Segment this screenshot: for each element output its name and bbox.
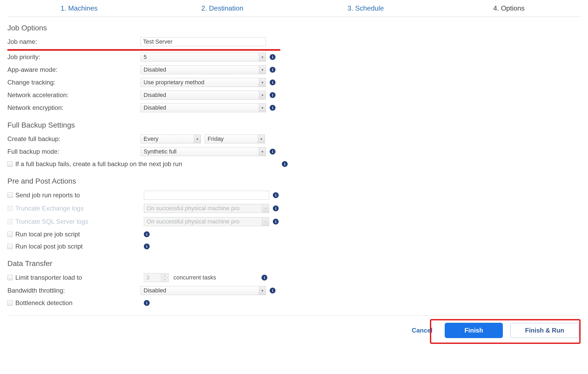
info-icon[interactable]: i (273, 205, 279, 211)
send-reports-label: Send job run reports to (15, 191, 80, 199)
create-full-freq-select[interactable]: Every ▾ (141, 134, 201, 143)
info-icon[interactable]: i (270, 80, 275, 85)
limit-load-suffix: concurrent tasks (173, 274, 216, 281)
job-priority-select[interactable]: 5 ▾ (141, 53, 266, 62)
info-icon[interactable]: i (270, 92, 275, 98)
info-icon[interactable]: i (144, 244, 150, 249)
info-icon[interactable]: i (270, 105, 275, 111)
limit-load-stepper: 3 ▲ ▼ (144, 273, 169, 282)
bandwidth-label: Bandwidth throttling: (7, 287, 141, 294)
limit-load-checkbox[interactable] (7, 275, 13, 280)
chevron-down-icon: ▾ (259, 104, 266, 112)
bottleneck-label: Bottleneck detection (15, 299, 72, 307)
job-name-label: Job name: (7, 38, 141, 45)
divider (7, 16, 581, 17)
info-icon[interactable]: i (144, 300, 150, 306)
send-reports-checkbox[interactable] (7, 193, 13, 198)
chevron-down-icon: ▾ (259, 78, 266, 87)
info-icon[interactable]: i (261, 275, 267, 280)
tab-schedule[interactable]: 3. Schedule (294, 4, 437, 12)
job-priority-label: Job priority: (7, 53, 141, 61)
section-full-backup-title: Full Backup Settings (7, 121, 581, 129)
change-tracking-value: Use proprietary method (141, 78, 259, 87)
info-icon[interactable]: i (270, 54, 275, 60)
spinner-up-icon: ▲ (161, 273, 168, 278)
chevron-down-icon: ▾ (259, 147, 266, 156)
create-full-label: Create full backup: (7, 135, 141, 143)
finish-run-button[interactable]: Finish & Run (510, 323, 579, 338)
full-mode-label: Full backup mode: (7, 148, 141, 155)
limit-load-value: 3 (144, 273, 161, 282)
net-accel-value: Disabled (141, 91, 259, 99)
info-icon[interactable]: i (282, 161, 288, 167)
chevron-down-icon: ▾ (259, 66, 266, 74)
net-enc-label: Network encryption: (7, 104, 141, 111)
tab-options[interactable]: 4. Options (437, 4, 581, 12)
post-script-checkbox[interactable] (7, 244, 13, 249)
create-full-day-select[interactable]: Friday ▾ (205, 134, 265, 143)
net-enc-select[interactable]: Disabled ▾ (141, 103, 266, 112)
trunc-exchange-select: On successful physical machine pro ▾ (144, 204, 269, 213)
trunc-sql-select: On successful physical machine pro ▾ (144, 217, 269, 226)
chevron-down-icon: ▾ (262, 217, 269, 226)
net-enc-value: Disabled (141, 104, 259, 112)
post-script-label: Run local post job script (15, 243, 83, 250)
trunc-exchange-label: Truncate Exchange logs (15, 205, 84, 212)
app-aware-label: App-aware mode: (7, 66, 141, 73)
pre-script-label: Run local pre job script (15, 231, 80, 238)
pre-script-checkbox[interactable] (7, 232, 13, 237)
chevron-down-icon: ▾ (259, 286, 266, 295)
full-mode-value: Synthetic full (141, 147, 259, 156)
chevron-down-icon: ▾ (258, 135, 265, 143)
section-data-transfer-title: Data Transfer (7, 259, 581, 268)
full-mode-select[interactable]: Synthetic full ▾ (141, 147, 266, 156)
info-icon[interactable]: i (270, 288, 275, 293)
info-icon[interactable]: i (273, 192, 279, 198)
spinner-down-icon: ▼ (161, 278, 168, 282)
section-job-options-title: Job Options (7, 24, 581, 32)
tab-machines[interactable]: 1. Machines (7, 4, 151, 12)
trunc-sql-checkbox (7, 219, 13, 224)
send-reports-input[interactable] (144, 191, 269, 200)
limit-load-label: Limit transporter load to (15, 274, 82, 281)
app-aware-value: Disabled (141, 66, 259, 74)
trunc-sql-label: Truncate SQL Server logs (15, 218, 88, 225)
info-icon[interactable]: i (273, 219, 279, 225)
retry-full-checkbox[interactable] (7, 161, 13, 167)
chevron-down-icon: ▾ (259, 91, 266, 99)
trunc-exchange-checkbox (7, 206, 13, 211)
info-icon[interactable]: i (270, 149, 275, 155)
chevron-down-icon: ▾ (259, 53, 266, 61)
bandwidth-value: Disabled (141, 286, 259, 295)
info-icon[interactable]: i (270, 67, 275, 73)
create-full-freq-value: Every (141, 135, 194, 143)
bottleneck-checkbox[interactable] (7, 300, 13, 306)
trunc-sql-value: On successful physical machine pro (144, 217, 262, 226)
cancel-link[interactable]: Cancel (412, 327, 433, 334)
create-full-day-value: Friday (205, 135, 258, 143)
chevron-down-icon: ▾ (194, 135, 201, 143)
job-name-input[interactable] (141, 37, 266, 46)
tab-destination[interactable]: 2. Destination (151, 4, 294, 12)
job-priority-value: 5 (141, 53, 259, 61)
bandwidth-select[interactable]: Disabled ▾ (141, 286, 266, 295)
section-pre-post-title: Pre and Post Actions (7, 177, 581, 185)
net-accel-select[interactable]: Disabled ▾ (141, 91, 266, 100)
change-tracking-label: Change tracking: (7, 79, 141, 86)
finish-button[interactable]: Finish (445, 323, 503, 338)
trunc-exchange-value: On successful physical machine pro (144, 204, 262, 213)
chevron-down-icon: ▾ (262, 204, 269, 213)
info-icon[interactable]: i (144, 231, 150, 237)
app-aware-select[interactable]: Disabled ▾ (141, 65, 266, 74)
change-tracking-select[interactable]: Use proprietary method ▾ (141, 78, 266, 87)
retry-full-label: If a full backup fails, create a full ba… (15, 160, 182, 168)
net-accel-label: Network acceleration: (7, 91, 141, 99)
